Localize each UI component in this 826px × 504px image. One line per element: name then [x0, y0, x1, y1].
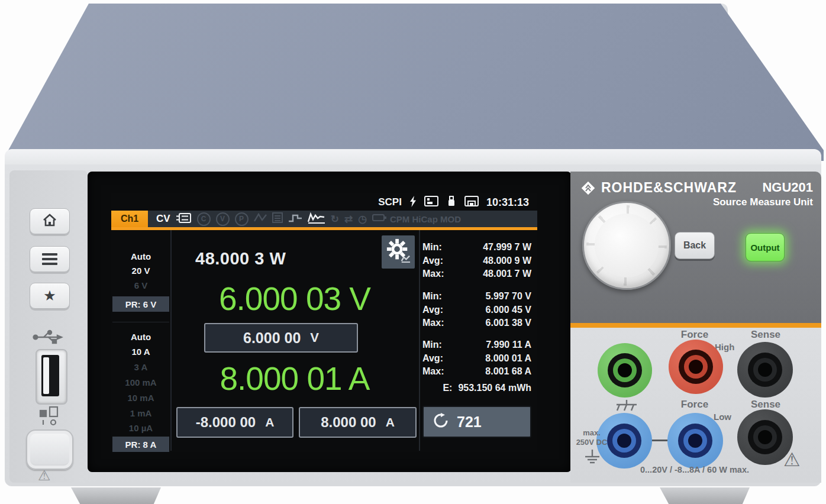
- list-icon[interactable]: [272, 212, 283, 225]
- energy-row: E: 953.150 64 mWh: [422, 383, 531, 393]
- voltage-range-option[interactable]: 6 V: [111, 280, 170, 290]
- current-range-auto[interactable]: Auto: [111, 332, 170, 342]
- swap-arrows-icon[interactable]: ⇄: [344, 214, 353, 224]
- sense-high-label: Sense: [741, 329, 790, 341]
- home-button[interactable]: [30, 208, 70, 234]
- current-present-range: PR: 8 A: [112, 437, 169, 452]
- stat-value: 7.990 11 A: [486, 340, 531, 353]
- voltage-max-row: Max: 6.001 38 V: [422, 318, 531, 331]
- power-protection-icon[interactable]: P: [235, 212, 249, 226]
- force-high-jack[interactable]: [669, 340, 723, 394]
- voltage-set-unit: V: [310, 330, 319, 345]
- current-range-option[interactable]: 10 µA: [111, 423, 170, 433]
- energy-label: E:: [443, 383, 452, 393]
- channel-settings-button[interactable]: [382, 235, 415, 269]
- rotary-knob[interactable]: [582, 201, 671, 290]
- power-max-row: Max: 48.001 7 W: [422, 269, 531, 282]
- current-range-option[interactable]: 1 mA: [111, 408, 170, 418]
- current-avg-row: Avg: 8.000 01 A: [422, 353, 531, 366]
- warning-icon: ⚠: [783, 448, 801, 471]
- divider: [112, 322, 169, 322]
- power-readout: 48.000 3 W: [195, 249, 286, 269]
- stat-label: Avg:: [422, 256, 450, 269]
- tab-bar: Ch1 CV C V P: [111, 211, 537, 227]
- output-button[interactable]: Output: [746, 233, 785, 261]
- power-avg-row: Avg: 48.000 9 W: [422, 256, 531, 269]
- lan-icon: [464, 196, 479, 209]
- usb-port-slot: [41, 355, 59, 396]
- scpi-label: SCPI: [378, 196, 402, 208]
- cpm-mode-label: CPM HiCap MOD: [390, 214, 461, 224]
- menu-button[interactable]: [30, 246, 70, 272]
- usb-icon: [32, 328, 66, 347]
- favorites-star-icon: ★: [43, 289, 56, 303]
- capacitance-icon[interactable]: C: [197, 212, 211, 226]
- tab-channel-1[interactable]: Ch1: [111, 211, 148, 227]
- voltage-range-active[interactable]: 20 V: [111, 266, 170, 276]
- gear-graph-icon: [386, 238, 411, 266]
- stat-value: 5.997 70 V: [486, 291, 531, 304]
- cv-mode-label: CV: [156, 213, 170, 225]
- brand-name: ROHDE&SCHWARZ: [601, 180, 737, 196]
- divider: [419, 230, 420, 451]
- current-range-option[interactable]: 100 mA: [111, 377, 170, 387]
- current-neg-limit-value: -8.000 00: [196, 414, 256, 431]
- menu-icon: [42, 253, 57, 265]
- force-low-jack[interactable]: [667, 413, 723, 469]
- right-foot: [660, 487, 750, 504]
- force-low-label: Force: [670, 399, 719, 411]
- divider: [170, 230, 172, 451]
- stat-label: Min:: [422, 242, 450, 255]
- lightning-icon: [409, 196, 417, 209]
- clock-time: 10:31:13: [486, 196, 529, 209]
- terminal-panel: Force Sense High Force Sense Low: [570, 328, 821, 483]
- left-foot: [71, 487, 161, 504]
- usb-port[interactable]: [36, 349, 67, 405]
- ground-jack[interactable]: [598, 343, 652, 398]
- favorites-button[interactable]: ★: [30, 283, 70, 309]
- stat-label: Min:: [422, 340, 450, 353]
- loop-icon[interactable]: ↻: [331, 214, 339, 224]
- current-range-option[interactable]: 3 A: [111, 362, 170, 372]
- control-panel: ROHDE&SCHWARZ NGU201 Source Measure Unit…: [570, 172, 821, 323]
- touchscreen-display[interactable]: SCPI 10:31:13 Ch1 CV: [111, 193, 537, 452]
- sample-counter[interactable]: 721: [422, 406, 531, 438]
- stat-label: Max:: [422, 366, 450, 379]
- current-negative-limit-field[interactable]: -8.000 00 A: [176, 407, 293, 438]
- accent-stripe: [570, 323, 821, 328]
- max-voltage-label-2: 250V DC: [573, 438, 611, 447]
- model-number: NGU201: [762, 180, 813, 195]
- voltage-avg-row: Avg: 6.000 45 V: [422, 305, 531, 318]
- logging-icon[interactable]: [308, 212, 325, 226]
- current-pos-limit-value: 8.000 00: [321, 414, 376, 431]
- voltage-range-auto[interactable]: Auto: [111, 251, 170, 261]
- voltage-protection-icon[interactable]: V: [216, 212, 230, 226]
- stat-value: 8.000 01 A: [485, 353, 531, 366]
- voltage-set-field[interactable]: 6.000 00 V: [204, 323, 358, 353]
- battery-icon[interactable]: [372, 214, 386, 224]
- reset-counter-icon[interactable]: [433, 413, 449, 431]
- power-button[interactable]: [26, 429, 73, 470]
- ground-earth-icon: [583, 450, 601, 469]
- current-range-option[interactable]: 10 mA: [111, 393, 170, 403]
- current-range-active[interactable]: 10 A: [111, 347, 170, 357]
- warning-icon: ⚠: [38, 469, 51, 483]
- stat-label: Avg:: [422, 353, 450, 366]
- output-terminal-icon[interactable]: [176, 212, 192, 226]
- sense-high-jack[interactable]: [737, 342, 793, 398]
- ramp-icon[interactable]: [288, 213, 302, 225]
- energy-value: 953.150 64 mWh: [458, 383, 531, 393]
- toolbar-icons: C V P ↻ ⇄: [176, 212, 386, 226]
- arb-waveform-icon[interactable]: [254, 212, 267, 225]
- channel-content: Auto 20 V 6 V PR: 6 V Auto 10 A 3 A 100 …: [111, 230, 537, 452]
- rs-logo-icon: [580, 180, 596, 199]
- stat-value: 6.000 45 V: [486, 305, 531, 318]
- stat-value: 48.000 9 W: [483, 256, 531, 269]
- stat-label: Min:: [422, 291, 450, 304]
- back-button[interactable]: Back: [675, 232, 715, 259]
- voltage-set-value: 6.000 00: [243, 329, 301, 347]
- sense-low-label: Sense: [741, 399, 790, 411]
- timer-icon[interactable]: ◷: [358, 214, 367, 224]
- current-positive-limit-field[interactable]: 8.000 00 A: [299, 407, 417, 438]
- stat-value: 48.001 7 W: [483, 269, 531, 282]
